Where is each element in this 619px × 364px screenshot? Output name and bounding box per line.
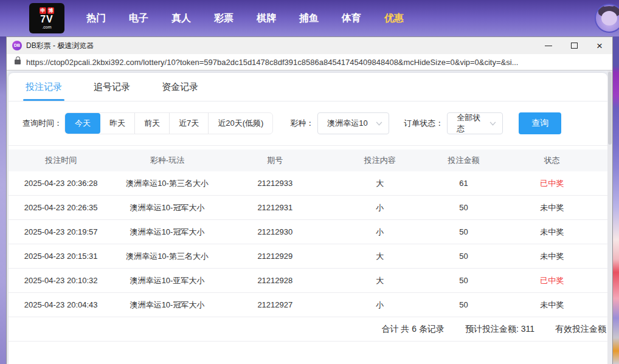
close-icon: × [597, 41, 603, 51]
cell-issue: 21212928 [221, 276, 329, 285]
col-header-time: 投注时间 [9, 155, 113, 166]
cell-amount: 50 [431, 276, 496, 285]
maximize-button[interactable] [561, 37, 587, 54]
cell-status: 未中奖 [497, 227, 607, 238]
cell-amount: 50 [431, 300, 496, 309]
cell-content: 小 [329, 202, 431, 213]
time-option-today[interactable]: 今天 [65, 113, 100, 134]
cell-status: 未中奖 [497, 251, 607, 262]
time-filter-label: 查询时间： [22, 118, 62, 129]
cell-bet-time: 2025-04-23 20:10:32 [9, 276, 113, 285]
summary-expected-amount: 预计投注金额: 311 [465, 324, 534, 335]
nav-item-promo[interactable]: 优惠 [384, 12, 404, 25]
avatar-face [601, 11, 617, 26]
cell-status: 未中奖 [497, 202, 607, 213]
lottery-filter-label: 彩种： [290, 118, 314, 129]
user-avatar[interactable] [595, 4, 619, 33]
summary-total-records: 合计 共 6 条记录 [381, 324, 444, 335]
cell-game: 澳洲幸运10-第三名大小 [113, 251, 221, 262]
cell-amount: 61 [431, 179, 496, 188]
cell-game: 澳洲幸运10-亚军大小 [113, 275, 221, 286]
time-option-20days[interactable]: 近20天(低频) [208, 113, 272, 134]
lottery-select-value: 澳洲幸运10 [327, 118, 367, 129]
time-option-yesterday[interactable]: 昨天 [100, 113, 134, 134]
logo-suffix: .com [42, 25, 51, 29]
query-button[interactable]: 查询 [519, 112, 561, 134]
scrollbar[interactable] [607, 70, 612, 364]
cell-amount: 50 [431, 227, 496, 236]
nav-item-hot[interactable]: 热门 [86, 12, 106, 25]
time-range-segment: 今天 昨天 前天 近7天 近20天(低频) [64, 112, 273, 134]
cell-bet-time: 2025-04-23 20:15:31 [9, 252, 113, 261]
cell-amount: 50 [431, 252, 496, 261]
summary-valid-amount-label: 有效投注金额 [555, 324, 606, 335]
col-header-amount: 投注金额 [431, 155, 496, 166]
cell-issue: 21212933 [221, 179, 329, 188]
page-edge-right [613, 36, 619, 364]
col-header-status: 状态 [497, 155, 607, 166]
site-nav-menu: 热门 电子 真人 彩票 棋牌 捕鱼 体育 优惠 [86, 12, 404, 25]
tab-fund-records[interactable]: 资金记录 [162, 73, 198, 101]
tab-chase-records[interactable]: 追号记录 [94, 73, 130, 101]
order-status-value: 全部状态 [457, 112, 483, 134]
page-edge-left [0, 36, 6, 364]
logo-badges: 申 博 [40, 7, 54, 14]
address-bar[interactable]: https://ctop02pcali.2kbxi392.com/lottery… [7, 54, 612, 70]
filter-bar: 查询时间： 今天 昨天 前天 近7天 近20天(低频) 彩种： 澳洲幸运10 订… [9, 101, 607, 146]
url-text: https://ctop02pcali.2kbxi392.com/lottery… [26, 58, 518, 67]
cell-content: 小 [329, 227, 431, 238]
window-title: DB彩票 - 极速浏览器 [26, 41, 94, 51]
cell-status: 未中奖 [497, 300, 607, 311]
nav-item-lottery[interactable]: 彩票 [214, 12, 233, 25]
records-panel: 投注记录 追号记录 资金记录 查询时间： 今天 昨天 前天 近7天 近20天(低… [9, 73, 607, 364]
window-favicon-icon: DB [12, 41, 22, 50]
cell-content: 大 [329, 275, 431, 286]
window-controls: × [536, 37, 612, 54]
logo-tile: 博 [47, 7, 54, 14]
tab-bet-records[interactable]: 投注记录 [26, 73, 62, 101]
minimize-button[interactable] [536, 37, 561, 54]
chevron-down-icon [376, 122, 382, 126]
table-header: 投注时间 彩种-玩法 期号 投注内容 投注金额 状态 [9, 149, 607, 171]
time-option-7days[interactable]: 近7天 [169, 113, 208, 134]
col-header-game: 彩种-玩法 [113, 155, 221, 166]
nav-item-live[interactable]: 真人 [171, 12, 191, 25]
cell-game: 澳洲幸运10-冠军大小 [113, 227, 221, 238]
page-viewport: 投注记录 追号记录 资金记录 查询时间： 今天 昨天 前天 近7天 近20天(低… [7, 70, 612, 364]
summary-bar: 合计 共 6 条记录 预计投注金额: 311 有效投注金额 [9, 317, 607, 342]
cell-bet-time: 2025-04-23 20:26:35 [9, 203, 113, 212]
cell-game: 澳洲幸运10-冠军大小 [113, 202, 221, 213]
cell-bet-time: 2025-04-23 20:04:43 [9, 300, 113, 309]
logo-tile: 申 [40, 7, 46, 14]
cell-bet-time: 2025-04-23 20:19:57 [9, 227, 113, 236]
nav-item-cards[interactable]: 棋牌 [257, 12, 276, 25]
cell-status: 已中奖 [497, 178, 607, 189]
browser-window: DB DB彩票 - 极速浏览器 × https://ctop02pcali.2k… [6, 36, 613, 364]
table-row: 2025-04-23 20:10:32 澳洲幸运10-亚军大小 21212928… [9, 269, 607, 293]
logo-brand: 7V [40, 15, 54, 24]
cell-status: 已中奖 [497, 275, 607, 286]
table-row: 2025-04-23 20:19:57 澳洲幸运10-冠军大小 21212930… [9, 220, 607, 244]
cell-issue: 21212930 [221, 227, 329, 236]
cell-amount: 50 [431, 203, 496, 212]
window-titlebar[interactable]: DB DB彩票 - 极速浏览器 × [7, 37, 612, 54]
avatar-hair-bun [597, 5, 605, 13]
table-row: 2025-04-23 20:36:28 澳洲幸运10-第三名大小 2121293… [9, 171, 607, 196]
nav-item-slots[interactable]: 电子 [129, 12, 148, 25]
site-logo[interactable]: 申 博 7V .com [29, 3, 64, 33]
time-option-day-before[interactable]: 前天 [134, 113, 169, 134]
nav-item-fishing[interactable]: 捕鱼 [299, 12, 319, 25]
order-status-select[interactable]: 全部状态 [447, 112, 503, 134]
chevron-down-icon [489, 122, 496, 126]
nav-item-sports[interactable]: 体育 [342, 12, 361, 25]
maximize-icon [571, 43, 578, 49]
cell-issue: 21212929 [221, 252, 329, 261]
lottery-select[interactable]: 澳洲幸运10 [317, 112, 389, 134]
table-row: 2025-04-23 20:15:31 澳洲幸运10-第三名大小 2121292… [9, 244, 607, 269]
record-tabs: 投注记录 追号记录 资金记录 [9, 73, 607, 101]
cell-bet-time: 2025-04-23 20:36:28 [9, 179, 113, 188]
scrollbar-thumb[interactable] [608, 72, 612, 145]
close-button[interactable]: × [587, 37, 612, 54]
cell-content: 大 [329, 251, 431, 262]
table-row: 2025-04-23 20:26:35 澳洲幸运10-冠军大小 21212931… [9, 196, 607, 220]
